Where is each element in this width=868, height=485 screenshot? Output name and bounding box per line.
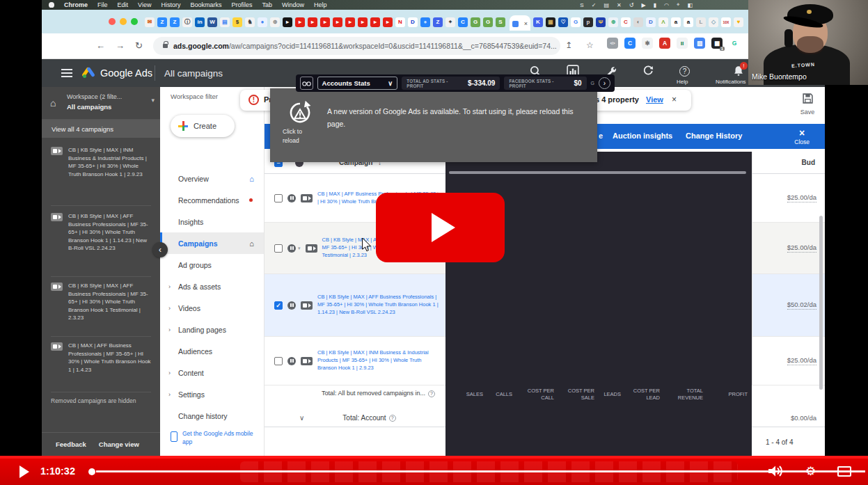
collapse-sidebar-button[interactable]: ‹ <box>152 242 168 257</box>
feedback-button[interactable]: Feedback <box>56 440 86 448</box>
col-cost-per-sale[interactable]: COST PER SALE <box>558 388 599 401</box>
volume-icon[interactable] <box>767 464 784 481</box>
lock-icon[interactable] <box>163 44 168 48</box>
progress-line[interactable] <box>96 470 865 472</box>
col-sales[interactable]: SALES <box>459 391 487 397</box>
col-cost-per-lead[interactable]: COST PER LEAD <box>625 388 664 401</box>
status-icon-shield-check[interactable]: ✓ <box>592 2 597 8</box>
tab-favicon-mail[interactable]: ✉ <box>145 17 155 27</box>
tab-favicon-p-dark[interactable]: p <box>583 17 593 27</box>
tab-favicon-10x[interactable]: 10X <box>721 17 731 27</box>
change-view-button[interactable]: Change view <box>99 440 139 448</box>
refresh-icon[interactable] <box>642 65 656 79</box>
menu-bookmarks[interactable]: Bookmarks <box>190 1 221 8</box>
reload-icon[interactable]: ↻ <box>135 40 143 51</box>
extension-icon-c-blue[interactable]: C <box>624 38 636 49</box>
extension-icon-devtools[interactable]: </> <box>607 38 618 49</box>
player-play-button[interactable] <box>19 466 29 478</box>
close-tab-icon[interactable]: × <box>524 20 528 27</box>
budget-value[interactable]: $50.02/da <box>787 301 816 310</box>
binoculars-icon[interactable] <box>300 77 313 90</box>
tab-favicon-google[interactable]: G <box>571 17 581 27</box>
tab-favicon-heart-gold[interactable]: ♥ <box>734 17 743 27</box>
sidebar-item-content[interactable]: › Content <box>160 362 264 383</box>
budget-cell[interactable]: $25.00/da <box>752 337 825 385</box>
budget-cell[interactable]: $50.02/da <box>752 274 825 337</box>
apple-icon[interactable] <box>49 2 54 8</box>
sidebar-item-overview[interactable]: Overview ⌂ <box>160 168 264 189</box>
view-all-campaigns-link[interactable]: View all 4 campaigns <box>42 120 160 138</box>
paused-status-icon[interactable] <box>287 357 296 365</box>
campaign-link[interactable]: CB | KB Style | MAX | INM Business & Ind… <box>317 349 441 372</box>
youtube-play-overlay-button[interactable] <box>376 193 505 262</box>
close-icon[interactable]: × <box>672 95 677 104</box>
tab-favicon-z-square[interactable]: Z <box>433 17 443 27</box>
tab-favicon-info[interactable]: ⓘ <box>182 17 192 27</box>
menu-help[interactable]: Help <box>314 1 327 8</box>
status-icon-battery[interactable]: ▮ <box>654 2 656 8</box>
col-profit[interactable]: PROFIT <box>707 391 752 397</box>
tab-favicon-binoculars[interactable]: ⌖ <box>445 17 455 27</box>
status-icon-spotlight[interactable]: ⌖ <box>677 1 680 8</box>
tab-favicon-youtube-2[interactable]: ▸ <box>308 17 317 27</box>
sidebar-item-landing-pages[interactable]: › Landing pages <box>160 319 264 340</box>
status-icon-play-circle[interactable]: ▶ <box>641 2 645 8</box>
help-circle-icon[interactable]: ? <box>428 390 435 397</box>
status-icon-s-status[interactable]: S <box>580 2 583 8</box>
help-icon[interactable]: ? <box>679 66 690 77</box>
tab-favicon-youtube-4[interactable]: ▸ <box>333 17 342 27</box>
tab-favicon-l-gray[interactable]: L <box>696 17 706 27</box>
address-bar[interactable]: ads.google.com /aw/campaigns?ocid=114119… <box>153 37 560 55</box>
save-button[interactable]: Save <box>792 93 823 116</box>
tab-favicon-globe[interactable]: ⊕ <box>270 17 280 27</box>
status-dropdown-icon[interactable]: ▾ <box>298 246 301 251</box>
tab-favicon-s-green[interactable]: S <box>496 17 505 27</box>
zoom-window-button[interactable] <box>131 18 138 25</box>
vertical-scrollbar[interactable] <box>819 216 823 390</box>
row-checkbox[interactable] <box>274 194 283 202</box>
col-leads[interactable]: LEADS <box>599 391 625 397</box>
accounts-stats-dropdown[interactable]: Accounts Stats ∨ <box>317 77 398 90</box>
row-checkbox[interactable] <box>274 244 283 253</box>
tab-favicon-a-green[interactable]: Λ <box>658 17 668 27</box>
sidebar-item-ads-assets[interactable]: › Ads & assets <box>160 276 264 297</box>
close-bar-button[interactable]: × Close <box>794 127 810 145</box>
tab-favicon-blue-dot[interactable]: ● <box>258 17 267 27</box>
tab-favicon-zoom-2[interactable]: Z <box>170 17 180 27</box>
budget-value[interactable]: $25.00/da <box>787 356 816 365</box>
sidebar-campaign-item[interactable]: CB | KB Style | MAX | INM Business & Ind… <box>51 146 152 178</box>
paused-status-icon[interactable] <box>287 301 296 310</box>
minimize-window-button[interactable] <box>120 18 127 25</box>
tab-favicon-finance[interactable]: $ <box>232 17 242 27</box>
auction-insights-link[interactable]: Auction insights <box>613 132 672 140</box>
view-link[interactable]: View <box>646 95 663 104</box>
tab-favicon-camera[interactable]: ▸ <box>283 17 292 27</box>
tab-favicon-amazon-2[interactable]: a <box>684 17 693 27</box>
extension-icon-dark-grid[interactable]: ▩1 <box>711 38 723 49</box>
sidebar-campaign-item[interactable]: CB | MAX | AFF Business Professionals | … <box>51 342 152 374</box>
tab-favicon-word[interactable]: W <box>207 17 217 27</box>
sidebar-item-audiences[interactable]: Audiences <box>160 340 264 362</box>
workspace-header[interactable]: ⌂ Workspace (2 filte... All campaigns ▾ <box>42 87 160 120</box>
tab-favicon-c-red[interactable]: C <box>621 17 631 27</box>
tab-favicon-docs[interactable]: ▤ <box>220 17 230 27</box>
sidebar-item-ad-groups[interactable]: Ad groups <box>160 254 264 276</box>
row-checkbox-checked[interactable]: ✓ <box>274 301 283 310</box>
extension-icon-bars-teal[interactable]: ıı <box>677 38 688 49</box>
tab-favicon-zoom-1[interactable]: Z <box>157 17 167 27</box>
extension-icon-grammarly[interactable]: G <box>729 38 740 49</box>
tab-favicon-dark-grid[interactable]: ▦ <box>546 17 555 27</box>
tab-favicon-youtube-3[interactable]: ▸ <box>320 17 330 27</box>
budget-cell[interactable]: $25.00/da <box>752 174 825 223</box>
tab-favicon-youtube-7[interactable]: ▸ <box>370 17 380 27</box>
table-row[interactable]: CB | KB Style | MAX | INM Business & Ind… <box>265 337 445 385</box>
tab-favicon-blue-sphere[interactable]: ● <box>420 17 430 27</box>
change-history-link[interactable]: Change History <box>686 132 742 140</box>
menu-chrome[interactable]: Chrome <box>64 1 88 8</box>
menu-profiles[interactable]: Profiles <box>231 1 252 8</box>
status-icon-time-machine[interactable]: ↺ <box>629 2 634 8</box>
table-row-selected[interactable]: ✓ CB | KB Style | MAX | AFF Business Pro… <box>265 274 445 337</box>
share-icon[interactable]: ↥ <box>565 40 572 50</box>
menu-window[interactable]: Window <box>282 1 304 8</box>
forward-icon[interactable]: → <box>116 40 125 51</box>
